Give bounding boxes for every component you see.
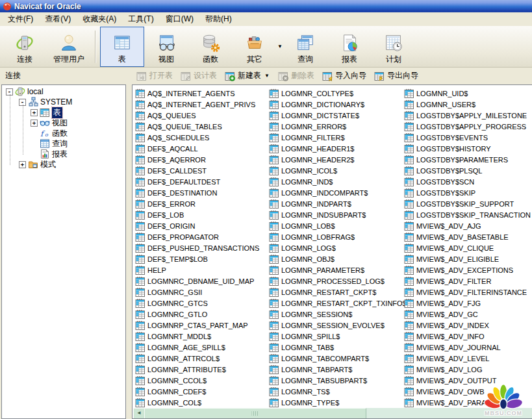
open-table-button[interactable]: 打开表 <box>136 70 173 81</box>
table-row[interactable]: LOGMNR_PROCESSED_LOG$ <box>269 275 403 286</box>
table-row[interactable]: LOGMNR_ATTRCOL$ <box>135 353 269 364</box>
toolbar-button-views[interactable]: 视图 <box>144 27 188 67</box>
table-row[interactable]: LOGMNR_INDCOMPART$ <box>269 187 403 198</box>
table-row[interactable]: LOGSTDBY$HISTORY <box>404 143 532 154</box>
toolbar-button-reports[interactable]: 报表 <box>327 27 372 67</box>
scroll-left-arrow[interactable]: ◄ <box>133 408 145 419</box>
table-row[interactable]: DEF$_AQERROR <box>135 154 269 165</box>
table-row[interactable]: HELP <box>135 264 269 275</box>
horizontal-scrollbar[interactable]: ◄ <box>133 408 532 418</box>
table-row[interactable]: LOGMNR_HEADER1$ <box>269 143 403 154</box>
table-row[interactable]: DEF$_DEFAULTDEST <box>135 176 269 187</box>
table-row[interactable]: MVIEW$_ADV_CLIQUE <box>404 242 532 253</box>
table-row[interactable]: LOGMNR_TABPART$ <box>269 364 403 375</box>
import-wizard-button[interactable]: 导入向导 <box>322 70 366 81</box>
table-row[interactable]: LOGMNRC_GSII <box>135 286 269 298</box>
table-row[interactable]: LOGMNR_PARAMETER$ <box>269 264 403 275</box>
table-row[interactable]: LOGMNR_INDSUBPART$ <box>269 209 403 220</box>
table-row[interactable]: LOGMNR_ICOL$ <box>269 165 403 176</box>
table-row[interactable]: LOGMNR_TABCOMPART$ <box>269 353 403 364</box>
menu-item[interactable]: 窗口(W) <box>160 12 199 27</box>
expander-icon[interactable]: + <box>19 161 26 168</box>
tree-node-system[interactable]: - SYSTEM <box>2 97 125 107</box>
table-row[interactable]: DEF$_AQCALL <box>135 143 269 154</box>
table-row[interactable]: LOGMNR_TABSUBPART$ <box>269 375 403 386</box>
table-row[interactable]: LOGMNR_AGE_SPILL$ <box>135 342 269 353</box>
table-row[interactable]: LOGMNR_DICTIONARY$ <box>269 99 403 110</box>
table-row[interactable]: LOGMNR_CCOL$ <box>135 375 269 386</box>
table-row[interactable]: LOGMNR_ERROR$ <box>269 121 403 132</box>
table-row[interactable]: MVIEW$_ADV_INDEX <box>404 320 532 331</box>
design-table-button[interactable]: 设计表 <box>181 70 217 81</box>
table-row[interactable]: MVIEW$_ADV_LOG <box>404 364 532 375</box>
table-row[interactable]: MVIEW$_ADV_ELIGIBLE <box>404 253 532 264</box>
table-row[interactable]: LOGMNR_UID$ <box>404 88 532 99</box>
table-row[interactable]: LOGMNR_TAB$ <box>269 342 403 353</box>
table-row[interactable]: MVIEW$_ADV_JOURNAL <box>404 342 532 353</box>
table-row[interactable]: LOGMNR_RESTART_CKPT$ <box>269 286 403 298</box>
table-row[interactable]: MVIEW$_ADV_AJG <box>404 220 532 231</box>
tree-node-functions[interactable]: f o 函数 <box>2 128 125 138</box>
table-row[interactable]: DEF$_ERROR <box>135 198 269 209</box>
table-row[interactable]: LOGMNRT_MDDL$ <box>135 331 269 342</box>
table-row[interactable]: AQ$_QUEUES <box>135 110 269 121</box>
table-row[interactable]: AQ$_INTERNET_AGENTS <box>135 88 269 99</box>
table-row[interactable]: LOGMNR_LOBFRAG$ <box>269 231 403 242</box>
table-row[interactable]: LOGMNRC_GTCS <box>135 298 269 309</box>
toolbar-button-functions[interactable]: 函数 <box>188 27 233 67</box>
table-row[interactable]: DEF$_ORIGIN <box>135 220 269 231</box>
menu-item[interactable]: 文件(F) <box>2 12 39 27</box>
toolbar-button-manage-users[interactable]: 管理用户 <box>47 27 91 67</box>
tree-node-reports[interactable]: 报表 <box>2 149 125 159</box>
table-row[interactable]: DEF$_DESTINATION <box>135 187 269 198</box>
new-table-button[interactable]: 新建表 ▼ <box>225 70 270 81</box>
table-row[interactable]: LOGSTDBY$SKIP_SUPPORT <box>404 198 532 209</box>
toolbar-button-tables[interactable]: 表 <box>100 27 144 67</box>
menu-item[interactable]: 收藏夹(A) <box>77 12 122 27</box>
table-row[interactable]: LOGSTDBY$SCN <box>404 176 532 187</box>
menu-item[interactable]: 查看(V) <box>39 12 77 27</box>
table-row[interactable]: LOGMNR_COL$ <box>135 397 269 408</box>
table-row[interactable]: LOGMNRC_DBNAME_UID_MAP <box>135 275 269 286</box>
table-row[interactable]: MVIEW$_ADV_LEVEL <box>404 353 532 364</box>
table-row[interactable]: DEF$_CALLDEST <box>135 165 269 176</box>
table-row[interactable]: LOGMNR_TYPE$ <box>269 397 403 408</box>
table-row[interactable]: LOGMNR_FILTER$ <box>269 132 403 143</box>
table-row[interactable]: DEF$_PUSHED_TRANSACTIONS <box>135 242 269 253</box>
menu-item[interactable]: 工具(T) <box>122 12 159 27</box>
table-row[interactable]: MVIEW$_ADV_BASETABLE <box>404 231 532 242</box>
table-row[interactable]: LOGMNR_SPILL$ <box>269 331 403 342</box>
table-row[interactable]: LOGMNR_SESSION$ <box>269 309 403 320</box>
table-row[interactable]: LOGMNR_IND$ <box>269 176 403 187</box>
table-row[interactable]: MVIEW$_ADV_GC <box>404 309 532 320</box>
table-row[interactable]: LOGSTDBY$APPLY_MILESTONE <box>404 110 532 121</box>
table-row[interactable]: LOGMNR_SESSION_EVOLVE$ <box>269 320 403 331</box>
tree-node-local[interactable]: - local <box>2 86 125 97</box>
table-row[interactable]: LOGMNR_USER$ <box>404 99 532 110</box>
others-dropdown-arrow[interactable]: ▼ <box>277 44 283 49</box>
table-row[interactable]: DEF$_LOB <box>135 209 269 220</box>
table-row[interactable]: AQ$_SCHEDULES <box>135 132 269 143</box>
table-row[interactable]: LOGSTDBY$EVENTS <box>404 132 532 143</box>
table-row[interactable]: LOGMNR_LOB$ <box>269 220 403 231</box>
table-row[interactable]: MVIEW$_ADV_EXCEPTIONS <box>404 264 532 275</box>
toolbar-button-schedules[interactable]: 计划 <box>372 27 416 67</box>
table-row[interactable]: LOGSTDBY$SKIP <box>404 187 532 198</box>
table-row[interactable]: LOGMNR_OBJ$ <box>269 253 403 264</box>
tree-node-queries[interactable]: 查询 <box>2 138 125 149</box>
table-row[interactable]: MVIEW$_ADV_INFO <box>404 331 532 342</box>
toolbar-button-others[interactable]: 其它 <box>233 27 277 67</box>
table-row[interactable]: AQ$_QUEUE_TABLES <box>135 121 269 132</box>
table-row[interactable]: LOGMNRP_CTAS_PART_MAP <box>135 320 269 331</box>
table-row[interactable]: LOGMNR_HEADER2$ <box>269 154 403 165</box>
table-row[interactable]: LOGSTDBY$APPLY_PROGRESS <box>404 121 532 132</box>
table-row[interactable]: LOGSTDBY$SKIP_TRANSACTION <box>404 209 532 220</box>
tree-node-tables[interactable]: + 表 <box>2 107 125 118</box>
table-row[interactable]: LOGMNR_DICTSTATE$ <box>269 110 403 121</box>
table-row[interactable]: LOGMNR_ATTRIBUTE$ <box>135 364 269 375</box>
table-row[interactable]: MVIEW$_ADV_FJG <box>404 298 532 309</box>
table-row[interactable]: LOGMNR_LOG$ <box>269 242 403 253</box>
table-row[interactable]: AQ$_INTERNET_AGENT_PRIVS <box>135 99 269 110</box>
table-row[interactable]: MVIEW$_ADV_FILTERINSTANCE <box>404 286 532 298</box>
toolbar-button-queries[interactable]: 查询 <box>283 27 327 67</box>
